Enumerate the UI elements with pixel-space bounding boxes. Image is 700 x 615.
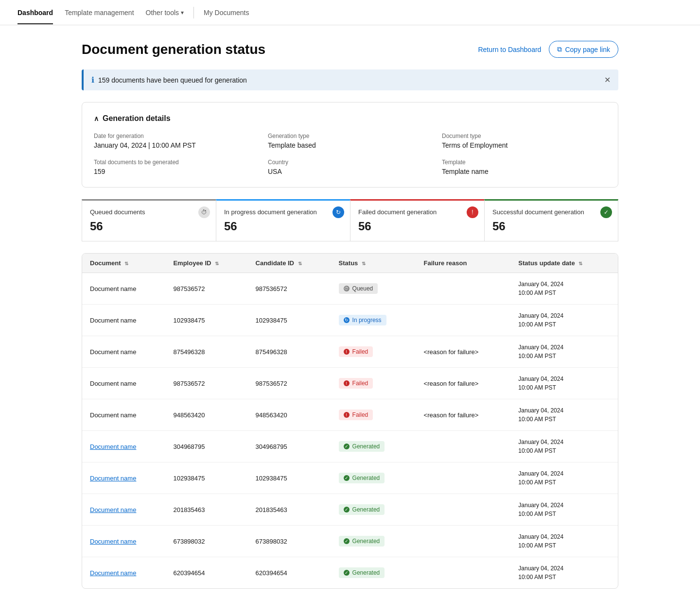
sort-status-icon[interactable]: ⇅ <box>362 261 366 266</box>
failed-indicator-icon: ! <box>467 206 478 218</box>
status-badge: !Failed <box>339 410 373 420</box>
sort-status-date-icon[interactable]: ⇅ <box>578 261 582 266</box>
document-link[interactable]: Document name <box>90 506 136 513</box>
status-update-date: January 04, 202410:00 AM PST <box>510 368 618 399</box>
stat-inprogress: ↻ In progress document generation 56 <box>216 199 350 241</box>
nav-dashboard[interactable]: Dashboard <box>12 1 59 24</box>
document-name: Document name <box>90 317 136 324</box>
document-link[interactable]: Document name <box>90 475 136 482</box>
status-badge-icon: ✓ <box>344 444 350 449</box>
documents-table-container: Document ⇅ Employee ID ⇅ Candidate ID ⇅ … <box>82 253 618 589</box>
generation-details-card: ∧ Generation details Date for generation… <box>82 102 618 188</box>
status-badge-icon: ! <box>344 412 350 418</box>
status-badge: !Failed <box>339 346 373 357</box>
employee-id: 102938475 <box>165 462 247 494</box>
candidate-id: 948563420 <box>248 399 331 431</box>
status-update-date: January 04, 202410:00 AM PST <box>510 494 618 526</box>
status-update-date: January 04, 202410:00 AM PST <box>510 462 618 494</box>
copy-icon: ⧉ <box>557 45 562 53</box>
col-status: Status ⇅ <box>331 254 416 273</box>
alert-close-button[interactable]: ✕ <box>604 75 611 85</box>
candidate-id: 620394654 <box>248 557 331 589</box>
status-badge: ✓Generated <box>339 473 385 483</box>
status-update-date: January 04, 202410:00 AM PST <box>510 399 618 431</box>
alert-banner: ℹ 159 documents have been queued for gen… <box>82 69 618 90</box>
sort-employee-id-icon[interactable]: ⇅ <box>215 261 219 266</box>
stats-grid: ⏱ Queued documents 56 ↻ In progress docu… <box>82 199 618 241</box>
nav-other-tools[interactable]: Other tools ▾ <box>140 1 190 24</box>
document-link[interactable]: Document name <box>90 443 136 450</box>
status-badge: ⏱Queued <box>339 283 378 294</box>
status-badge: ✓Generated <box>339 441 385 452</box>
candidate-id: 987536572 <box>248 273 331 305</box>
employee-id: 620394654 <box>165 557 247 589</box>
status-badge: ↻In progress <box>339 315 386 325</box>
employee-id: 987536572 <box>165 273 247 305</box>
success-indicator-icon: ✓ <box>600 206 612 218</box>
document-link[interactable]: Document name <box>90 569 136 577</box>
failure-reason: <reason for failure> <box>416 399 511 431</box>
candidate-id: 102938475 <box>248 305 331 336</box>
employee-id: 673898032 <box>165 526 247 557</box>
candidate-id: 102938475 <box>248 462 331 494</box>
status-badge: ✓Generated <box>339 504 385 515</box>
document-name: Document name <box>90 285 136 292</box>
status-badge-icon: ✓ <box>344 475 350 481</box>
employee-id: 987536572 <box>165 368 247 399</box>
detail-document-type: Document type Terms of Employment <box>442 133 606 149</box>
col-candidate-id: Candidate ID ⇅ <box>248 254 331 273</box>
document-name: Document name <box>90 348 136 356</box>
status-update-date: January 04, 202410:00 AM PST <box>510 336 618 368</box>
status-badge-icon: ⏱ <box>344 286 350 291</box>
status-update-date: January 04, 202410:00 AM PST <box>510 305 618 336</box>
status-update-date: January 04, 202410:00 AM PST <box>510 526 618 557</box>
table-row: Document name673898032673898032✓Generate… <box>82 526 618 557</box>
page-header: Document generation status Return to Das… <box>82 41 618 58</box>
status-badge-icon: ! <box>344 380 350 386</box>
employee-id: 948563420 <box>165 399 247 431</box>
return-to-dashboard-link[interactable]: Return to Dashboard <box>478 46 541 53</box>
failure-reason <box>416 305 511 336</box>
alert-message: 159 documents have been queued for gener… <box>98 76 247 84</box>
status-badge-icon: ✓ <box>344 570 350 576</box>
employee-id: 102938475 <box>165 305 247 336</box>
col-failure-reason: Failure reason <box>416 254 511 273</box>
copy-page-link-button[interactable]: ⧉ Copy page link <box>549 41 618 58</box>
stat-success: ✓ Successful document generation 56 <box>484 199 618 241</box>
page-title: Document generation status <box>82 42 265 57</box>
table-header-row: Document ⇅ Employee ID ⇅ Candidate ID ⇅ … <box>82 254 618 273</box>
candidate-id: 304968795 <box>248 431 331 462</box>
failure-reason <box>416 462 511 494</box>
sort-candidate-id-icon[interactable]: ⇅ <box>298 261 302 266</box>
candidate-id: 673898032 <box>248 526 331 557</box>
table-row: Document name987536572987536572!Failed<r… <box>82 368 618 399</box>
status-update-date: January 04, 202410:00 AM PST <box>510 273 618 305</box>
nav-divider <box>193 7 194 18</box>
detail-date-for-generation: Date for generation January 04, 2024 | 1… <box>94 133 258 149</box>
nav-template-management[interactable]: Template management <box>59 1 140 24</box>
table-row: Document name304968795304968795✓Generate… <box>82 431 618 462</box>
page-content: Document generation status Return to Das… <box>58 25 642 604</box>
status-update-date: January 04, 202410:00 AM PST <box>510 557 618 589</box>
failure-reason <box>416 494 511 526</box>
failure-reason <box>416 431 511 462</box>
chevron-up-icon[interactable]: ∧ <box>94 115 99 122</box>
candidate-id: 875496328 <box>248 336 331 368</box>
table-row: Document name102938475102938475↻In progr… <box>82 305 618 336</box>
chevron-down-icon: ▾ <box>181 9 184 16</box>
nav-my-documents[interactable]: My Documents <box>198 1 255 24</box>
col-employee-id: Employee ID ⇅ <box>165 254 247 273</box>
info-icon: ℹ <box>91 75 94 85</box>
document-link[interactable]: Document name <box>90 538 136 545</box>
status-update-date: January 04, 202410:00 AM PST <box>510 431 618 462</box>
employee-id: 201835463 <box>165 494 247 526</box>
detail-total-documents: Total documents to be generated 159 <box>94 159 258 175</box>
failure-reason: <reason for failure> <box>416 368 511 399</box>
detail-country: Country USA <box>268 159 432 175</box>
inprogress-indicator-icon: ↻ <box>332 206 344 218</box>
details-heading: ∧ Generation details <box>94 114 606 123</box>
details-grid: Date for generation January 04, 2024 | 1… <box>94 133 606 175</box>
queued-indicator-icon: ⏱ <box>198 206 210 218</box>
table-row: Document name987536572987536572⏱QueuedJa… <box>82 273 618 305</box>
sort-document-icon[interactable]: ⇅ <box>124 261 128 266</box>
